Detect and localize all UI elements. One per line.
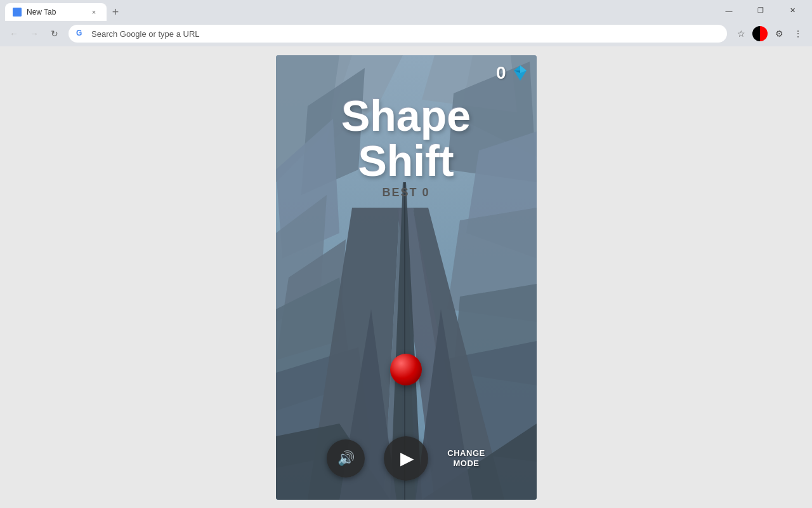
tab-bar: New Tab × + [5, 0, 714, 21]
window-controls: — ❐ ✕ [714, 0, 807, 21]
forward-button[interactable]: → [25, 25, 43, 43]
minimize-button[interactable]: — [714, 0, 743, 21]
maximize-button[interactable]: ❐ [746, 0, 775, 21]
address-bar: ← → ↻ G Search Google or type a URL ☆ ⚙ … [0, 21, 812, 46]
extensions-button[interactable]: ⚙ [770, 25, 788, 43]
score-area: 0 [496, 63, 529, 83]
tab-close-button[interactable]: × [89, 7, 99, 17]
active-tab[interactable]: New Tab × [5, 3, 107, 21]
svg-rect-0 [13, 8, 22, 17]
close-button[interactable]: ✕ [778, 0, 807, 21]
game-title: Shape Shift BEST 0 [341, 93, 471, 200]
bottom-controls: 🔊 ▶ CHANGE MODE [276, 436, 537, 481]
sound-icon: 🔊 [337, 450, 355, 467]
tab-favicon [13, 8, 22, 17]
browser-frame: New Tab × + — ❐ ✕ ← → ↻ G Search Google … [0, 0, 812, 508]
title-line2: Shift [341, 138, 471, 184]
bookmark-button[interactable]: ☆ [732, 25, 750, 43]
google-logo: G [76, 29, 86, 39]
avatar-image [752, 26, 768, 41]
best-score: BEST 0 [341, 186, 471, 199]
change-mode-button[interactable]: CHANGE MODE [447, 448, 485, 468]
game-container[interactable]: 0 Shape Shift BEST 0 🔊 [276, 55, 537, 500]
play-button[interactable]: ▶ [384, 436, 428, 481]
change-mode-line2: MODE [454, 458, 480, 469]
reload-button[interactable]: ↻ [46, 25, 63, 43]
menu-button[interactable]: ⋮ [789, 25, 807, 43]
diamond-icon [511, 64, 529, 82]
url-text: Search Google or type a URL [91, 29, 719, 39]
change-mode-line1: CHANGE [447, 448, 485, 458]
game-ball [390, 354, 422, 385]
play-icon: ▶ [400, 448, 414, 469]
new-tab-button[interactable]: + [107, 3, 124, 21]
toolbar-icons: ☆ ⚙ ⋮ [732, 25, 807, 43]
address-input[interactable]: G Search Google or type a URL [69, 25, 727, 43]
page-content: 0 Shape Shift BEST 0 🔊 [0, 46, 812, 508]
title-bar: New Tab × + — ❐ ✕ [0, 0, 812, 21]
profile-avatar[interactable] [751, 25, 769, 43]
tab-title: New Tab [27, 8, 84, 17]
score-display: 0 [496, 63, 506, 83]
sound-button[interactable]: 🔊 [327, 439, 365, 478]
title-line1: Shape [341, 93, 471, 138]
back-button[interactable]: ← [5, 25, 23, 43]
